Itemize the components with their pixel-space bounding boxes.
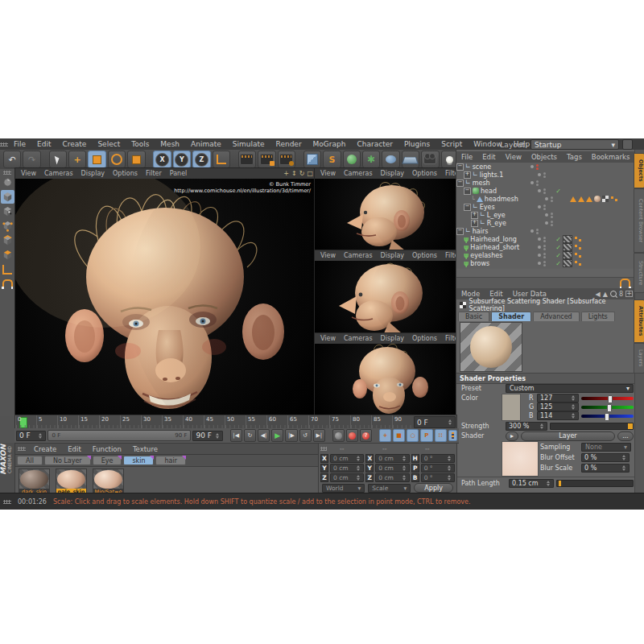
axis-mode-button[interactable] bbox=[1, 262, 14, 276]
panel-grip[interactable] bbox=[18, 447, 26, 451]
play-button[interactable]: ▶ bbox=[271, 429, 283, 442]
tree-item-eyelashes[interactable]: ψeyelashes ✓ bbox=[456, 251, 635, 259]
viewport-canvas-side-middle[interactable] bbox=[315, 261, 456, 333]
add-spline-button[interactable]: S bbox=[323, 151, 341, 168]
coordinate-system-button[interactable] bbox=[213, 151, 230, 168]
viewport-menu-item[interactable]: View bbox=[17, 170, 40, 177]
pos-z-field[interactable]: 0 cm bbox=[330, 473, 364, 482]
tab-content-browser[interactable]: Content Browser bbox=[634, 188, 644, 253]
expander-icon[interactable]: − bbox=[456, 228, 464, 235]
expander-icon[interactable]: − bbox=[464, 204, 471, 211]
link-icon[interactable]: 8 bbox=[619, 291, 623, 298]
cycle-button[interactable]: ↺ bbox=[299, 429, 312, 442]
keyframe-selection-button[interactable]: ? bbox=[360, 429, 372, 442]
object-manager-menu-item[interactable]: Objects bbox=[526, 153, 562, 161]
strength-field[interactable]: 300 % bbox=[506, 422, 547, 431]
tree-item-r-eye[interactable]: +∟R_eye bbox=[456, 219, 635, 227]
polygons-mode-button[interactable] bbox=[1, 248, 14, 262]
menu-item[interactable]: Plugins bbox=[398, 140, 436, 148]
tab-shader[interactable]: Shader bbox=[491, 312, 531, 321]
viewport-menu-item[interactable]: Options bbox=[408, 170, 441, 177]
autokey-button[interactable] bbox=[346, 429, 358, 442]
spinner-icon[interactable] bbox=[402, 456, 407, 461]
enabled-check-icon[interactable]: ✓ bbox=[554, 244, 563, 251]
make-editable-button[interactable] bbox=[1, 175, 14, 189]
rot-h-field[interactable]: 0 ° bbox=[421, 454, 455, 463]
viewport-menu-item[interactable]: Display bbox=[77, 170, 109, 177]
menubar-grip[interactable] bbox=[0, 142, 8, 147]
viewport-menu-item[interactable]: Panel bbox=[166, 170, 192, 177]
edges-mode-button[interactable] bbox=[1, 233, 14, 247]
search-icon[interactable] bbox=[610, 291, 617, 297]
tab-basic[interactable]: Basic bbox=[458, 312, 489, 321]
viewport-menu-item[interactable]: Cameras bbox=[340, 335, 377, 342]
spinner-icon[interactable] bbox=[402, 465, 407, 471]
size-y-field[interactable]: 0 cm bbox=[375, 464, 409, 473]
object-manager-menu-item[interactable]: Bookmarks bbox=[587, 153, 635, 161]
viewport-menu-item[interactable]: Options bbox=[408, 252, 441, 259]
expander-icon[interactable]: + bbox=[464, 171, 471, 179]
z-axis-lock-button[interactable]: Z bbox=[192, 151, 210, 168]
tab-attributes[interactable]: Attributes bbox=[634, 299, 644, 343]
apply-button[interactable]: Apply bbox=[414, 483, 453, 493]
object-tags[interactable] bbox=[563, 243, 582, 251]
material-menu-item[interactable]: Edit bbox=[62, 445, 86, 453]
snap-button[interactable] bbox=[1, 277, 14, 291]
pin-icon[interactable]: ▲ bbox=[603, 291, 608, 298]
tree-item-scene[interactable]: −∟scene bbox=[456, 163, 635, 171]
path-length-field[interactable]: 0.15 cm bbox=[509, 479, 554, 488]
add-primitive-button[interactable] bbox=[303, 151, 321, 168]
tree-item-l-eye[interactable]: +∟L_eye bbox=[456, 211, 635, 219]
viewport-menu-item[interactable]: Cameras bbox=[40, 170, 77, 177]
spinner-icon[interactable] bbox=[622, 455, 626, 460]
enabled-check-icon[interactable]: ✓ bbox=[554, 188, 563, 195]
render-view-button[interactable] bbox=[238, 151, 256, 168]
object-manager-menu-item[interactable]: Tags bbox=[562, 153, 587, 161]
tab-all[interactable]: All bbox=[17, 456, 43, 465]
tab-layers[interactable]: Layers bbox=[634, 343, 644, 374]
r-slider[interactable] bbox=[581, 397, 634, 400]
visibility-toggles[interactable] bbox=[545, 196, 561, 202]
visibility-toggles[interactable] bbox=[545, 221, 561, 226]
spinner-icon[interactable] bbox=[357, 456, 361, 461]
prev-frame-button[interactable]: ◀| bbox=[258, 429, 270, 442]
b-slider[interactable] bbox=[581, 415, 634, 418]
add-floor-button[interactable] bbox=[402, 151, 419, 168]
tab-hair[interactable]: hair bbox=[155, 456, 185, 465]
material-menu-item[interactable]: Create bbox=[28, 445, 62, 453]
key-position-toggle[interactable]: + bbox=[379, 429, 391, 442]
viewport-menu-item[interactable]: Options bbox=[109, 170, 142, 177]
spinner-icon[interactable] bbox=[448, 456, 452, 461]
object-manager-menu-item[interactable]: File bbox=[456, 153, 477, 161]
new-panel-icon[interactable]: + bbox=[625, 291, 633, 297]
menu-item[interactable]: File bbox=[8, 140, 31, 148]
layout-select[interactable]: Startup ▾ bbox=[530, 139, 619, 150]
tab-lights[interactable]: Lights bbox=[581, 312, 615, 321]
shader-preview[interactable] bbox=[460, 322, 522, 372]
live-selection-button[interactable] bbox=[49, 151, 67, 168]
add-camera-button[interactable] bbox=[421, 151, 439, 168]
tree-item-hairhead-short[interactable]: ψHairhead_short ✓ bbox=[456, 243, 635, 251]
spinner-icon[interactable] bbox=[448, 419, 452, 425]
menu-item[interactable]: Character bbox=[351, 140, 398, 148]
object-tags[interactable] bbox=[570, 196, 618, 202]
frame-range-slider[interactable]: 0 F 90 F bbox=[47, 430, 191, 441]
viewport-canvas-side-bottom[interactable] bbox=[315, 344, 456, 415]
render-region-button[interactable] bbox=[258, 151, 275, 168]
pos-x-field[interactable]: 0 cm bbox=[330, 454, 364, 463]
model-mode-button[interactable] bbox=[1, 190, 14, 204]
spinner-icon[interactable] bbox=[357, 475, 361, 481]
texture-mode-button[interactable] bbox=[1, 204, 14, 218]
visibility-toggles[interactable] bbox=[530, 164, 547, 170]
object-tags[interactable] bbox=[563, 251, 582, 259]
pos-y-field[interactable]: 0 cm bbox=[330, 464, 364, 473]
visibility-toggles[interactable] bbox=[530, 180, 547, 186]
enabled-check-icon[interactable]: ✓ bbox=[554, 252, 563, 259]
key-pla-toggle[interactable]: ∷ bbox=[435, 429, 447, 442]
key-parameter-toggle[interactable]: P bbox=[420, 429, 432, 442]
tree-item-hairhead-long[interactable]: ψHairhead_long ✓ bbox=[456, 235, 635, 243]
shader-layer-button[interactable]: Layer bbox=[521, 431, 615, 441]
tree-item-eyes[interactable]: −∟Eyes bbox=[456, 203, 635, 211]
goto-start-button[interactable]: |◀ bbox=[230, 429, 242, 442]
material-menu-item[interactable]: Function bbox=[87, 445, 127, 453]
